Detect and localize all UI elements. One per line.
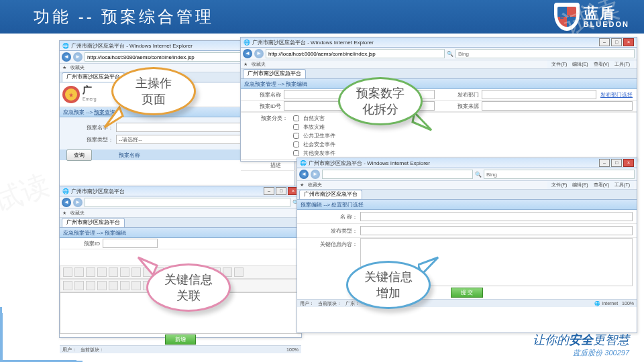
window-title: 广州市南沙区应急平台 [71,188,125,195]
label: 发布部门 [439,91,482,99]
callout-split: 预案数字 化拆分 [338,77,423,125]
fav-label[interactable]: 收藏夹 [252,61,266,68]
fwd-button[interactable]: ► [254,49,264,58]
svg-marker-5 [138,257,157,275]
label: 预案ID [60,240,103,247]
window-title: 广州市南沙区应急平台 - Windows Internet Explorer [252,39,374,46]
submit-button[interactable]: 提 交 [451,288,483,298]
back-button[interactable]: ◄ [243,49,252,58]
fav-label[interactable]: 收藏夹 [70,64,85,71]
fav-icon[interactable]: ★ [62,65,66,70]
chk[interactable] [293,133,299,139]
browser-tab[interactable]: 广州市南沙区应急平台 [62,218,125,227]
chk[interactable] [293,150,299,156]
search-button[interactable]: 查询 [66,149,92,161]
label: 名 称： [297,213,360,221]
shield-badge-text: BD [560,14,574,20]
input[interactable] [360,226,633,235]
input[interactable] [482,90,596,99]
breadcrumb: 预案编辑 --> 处置部门选择 [301,201,364,208]
callout-add: 关键信息 增加 [346,261,431,309]
label: 预案来源 [439,103,482,110]
address-bar[interactable] [322,170,473,179]
emblem-icon: ★ [60,82,83,107]
window-add-info: 🌐广州市南沙区应急平台 - Windows Internet Explorer … [297,158,637,333]
label: 发布类型： [297,227,360,235]
slide-footer: 让你的安全更智慧 蓝盾股份 300297 [533,332,629,358]
ie-menu[interactable]: 文件(F)编辑(E)查看(V)工具(T) [547,60,634,69]
breadcrumb: 应急预案管理 --> 预案编辑 [63,229,126,237]
col-header: 预案名称 [119,152,140,159]
chk[interactable] [293,124,299,130]
breadcrumb: 应急预案管理 --> 预案编辑 [244,80,307,88]
label: 预案ID号 [241,103,284,110]
window-title: 广州市南沙区应急平台 - Windows Internet Explorer [71,42,193,50]
browser-tab[interactable]: 广州市南沙区应急平台 [299,190,362,199]
label-tree: 预案分类： [241,113,290,159]
brand-logo: BD 蓝盾 BLUEDON [554,3,629,31]
back-button[interactable]: ◄ [62,52,71,62]
chk[interactable] [293,141,299,147]
svg-text:★: ★ [68,92,74,99]
address-bar[interactable] [266,49,445,58]
shield-icon: BD [554,3,580,31]
fwd-button[interactable]: ► [73,52,83,62]
slide-title: 功能 -- 预案综合管理 [34,6,214,27]
window-title: 广州市南沙区应急平台 - Windows Internet Explorer [309,160,430,167]
breadcrumb: 应急预案 --> [63,109,93,116]
window-link: 🌐广州市南沙区应急平台 –□× ◄►🔍 ★收藏夹 广州市南沙区应急平台 应急预案… [59,186,302,338]
svg-marker-3 [105,107,123,127]
label: 预案名称 [241,91,284,99]
callout-link: 关键信息 关联 [146,263,231,312]
max-button[interactable]: □ [611,38,622,46]
window-split: 🌐广州市南沙区应急平台 - Windows Internet Explorer … [240,37,637,162]
input[interactable] [482,101,633,111]
slide-header: 功能 -- 预案综合管理 BD 蓝盾 BLUEDON [0,0,644,34]
brand-en: BLUEDON [584,21,629,28]
add-button[interactable]: 新增 [165,335,196,345]
brand-cn: 蓝盾 [584,6,629,21]
svg-marker-4 [413,113,431,130]
input[interactable] [360,212,633,221]
min-button[interactable]: – [599,38,610,46]
callout-main: 主操作 页面 [111,67,196,115]
search-box[interactable] [455,49,635,58]
page-icon: 🌐 [62,43,69,49]
close-button[interactable]: × [623,38,634,46]
browser-tab[interactable]: 广州市南沙区应急平台 [243,69,306,78]
search-box[interactable] [484,170,635,179]
input[interactable] [103,239,158,248]
label-plan-type: 预案类型： [73,136,116,143]
dept-link[interactable]: 发布部门选择 [600,91,637,99]
address-bar[interactable] [85,198,290,207]
label-desc: 描述 [241,162,284,169]
chk[interactable] [293,115,299,121]
